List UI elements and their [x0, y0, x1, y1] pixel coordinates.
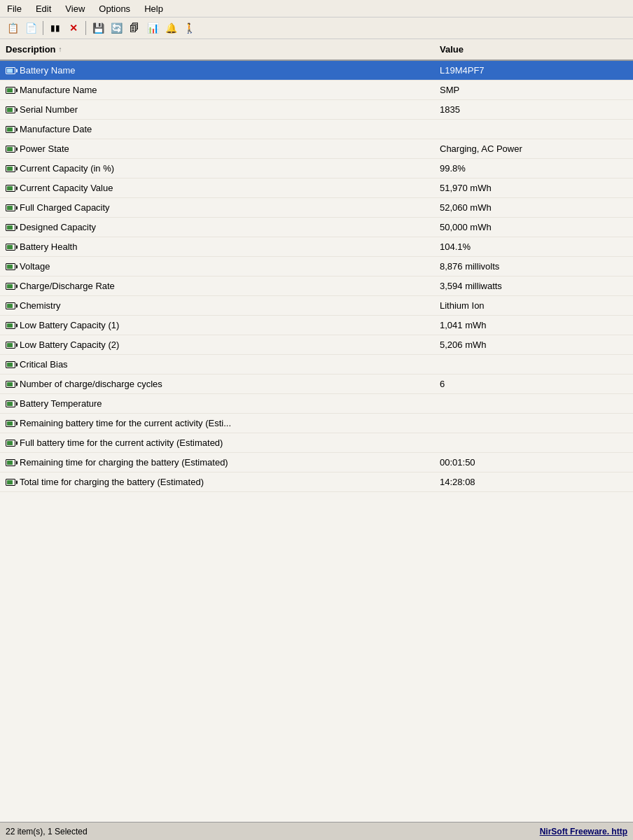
toolbar-btn-export[interactable]: 📊: [144, 20, 161, 36]
menu-item-help[interactable]: Help: [140, 2, 167, 15]
row-value: SMP: [434, 82, 633, 98]
battery-icon: [6, 106, 15, 113]
battery-icon: [6, 263, 15, 270]
row-description: Manufacture Date: [0, 121, 434, 137]
row-description-text: Low Battery Capacity (2): [20, 340, 119, 350]
toolbar-btn-open[interactable]: 📄: [22, 20, 39, 36]
toolbar-btn-save[interactable]: 💾: [90, 20, 106, 36]
row-value: [434, 401, 633, 407]
table-row[interactable]: Battery Health104.1%: [0, 237, 633, 257]
table-row[interactable]: Serial Number1835: [0, 100, 633, 120]
table-row[interactable]: Designed Capacity50,000 mWh: [0, 218, 633, 237]
battery-icon: [6, 126, 15, 133]
main-window: FileEditViewOptionsHelp 📋 📄 ▮▮ ✕ 💾 🔄 🗐 📊…: [0, 0, 633, 840]
content-area: Description Value Battery NameL19M4PF7Ma…: [0, 39, 633, 822]
table-row[interactable]: Manufacture Date: [0, 120, 633, 139]
table-row[interactable]: Remaining battery time for the current a…: [0, 414, 633, 433]
row-description-text: Voltage: [20, 261, 50, 272]
table-row[interactable]: Charge/Discharge Rate3,594 milliwatts: [0, 276, 633, 296]
table-row[interactable]: Current Capacity Value51,970 mWh: [0, 178, 633, 198]
table-row[interactable]: Current Capacity (in %)99.8%: [0, 159, 633, 178]
row-description: Power State: [0, 141, 434, 157]
toolbar: 📋 📄 ▮▮ ✕ 💾 🔄 🗐 📊 🔔 🚶: [0, 18, 633, 39]
row-description: Number of charge/discharge cycles: [0, 376, 434, 392]
row-description-text: Charge/Discharge Rate: [20, 281, 115, 291]
row-description: Low Battery Capacity (1): [0, 317, 434, 333]
row-description: Manufacture Name: [0, 82, 434, 98]
row-description: Designed Capacity: [0, 219, 434, 235]
statusbar-link[interactable]: NirSoft Freeware. http: [540, 827, 627, 836]
row-value: 6: [434, 376, 633, 392]
row-value: 1835: [434, 102, 633, 118]
header-value: Value: [434, 42, 633, 57]
battery-icon: [6, 185, 15, 192]
table-row[interactable]: Remaining time for charging the battery …: [0, 453, 633, 472]
table-row[interactable]: Full Charged Capacity52,060 mWh: [0, 198, 633, 218]
row-value: 52,060 mWh: [434, 200, 633, 216]
table-row[interactable]: Full battery time for the current activi…: [0, 433, 633, 453]
toolbar-btn-refresh[interactable]: 🔄: [108, 20, 125, 36]
row-value: [434, 127, 633, 132]
toolbar-sep-1: [43, 21, 43, 35]
toolbar-btn-new[interactable]: 📋: [4, 20, 21, 36]
table-row[interactable]: Critical Bias: [0, 355, 633, 374]
row-description: Current Capacity Value: [0, 180, 434, 196]
row-description-text: Total time for charging the battery (Est…: [20, 477, 204, 487]
toolbar-btn-copy[interactable]: 🗐: [126, 20, 143, 36]
row-description-text: Critical Bias: [20, 359, 68, 370]
menu-item-file[interactable]: File: [3, 2, 26, 15]
toolbar-btn-exit[interactable]: 🚶: [181, 20, 197, 36]
row-description-text: Current Capacity Value: [20, 183, 113, 193]
table-row[interactable]: Manufacture NameSMP: [0, 80, 633, 100]
row-value: Charging, AC Power: [434, 141, 633, 157]
toolbar-btn-view[interactable]: ▮▮: [47, 20, 64, 36]
row-description: Battery Temperature: [0, 396, 434, 412]
battery-icon: [6, 165, 15, 172]
row-value: [434, 440, 633, 446]
battery-icon: [6, 400, 15, 407]
row-description: Critical Bias: [0, 356, 434, 372]
list-header: Description Value: [0, 39, 633, 61]
table-row[interactable]: Voltage8,876 millivolts: [0, 257, 633, 276]
battery-icon: [6, 420, 15, 427]
row-description: Full Charged Capacity: [0, 200, 434, 216]
row-value: L19M4PF7: [434, 62, 633, 78]
row-description-text: Manufacture Date: [20, 124, 92, 134]
row-value: 99.8%: [434, 160, 633, 176]
row-description-text: Remaining battery time for the current a…: [20, 418, 231, 428]
toolbar-btn-alert[interactable]: 🔔: [162, 20, 179, 36]
row-description: Chemistry: [0, 298, 434, 314]
table-row[interactable]: ChemistryLithium Ion: [0, 296, 633, 316]
row-description-text: Remaining time for charging the battery …: [20, 457, 228, 468]
table-row[interactable]: Low Battery Capacity (1)1,041 mWh: [0, 316, 633, 335]
table-row[interactable]: Battery NameL19M4PF7: [0, 61, 633, 80]
header-description[interactable]: Description: [0, 42, 434, 57]
menubar: FileEditViewOptionsHelp: [0, 0, 633, 18]
row-description: Battery Name: [0, 62, 434, 78]
menu-item-options[interactable]: Options: [95, 2, 134, 15]
data-list[interactable]: Battery NameL19M4PF7Manufacture NameSMPS…: [0, 61, 633, 822]
row-description-text: Manufacture Name: [20, 85, 97, 95]
table-row[interactable]: Low Battery Capacity (2)5,206 mWh: [0, 335, 633, 355]
row-description-text: Number of charge/discharge cycles: [20, 379, 162, 389]
statusbar: 22 item(s), 1 Selected NirSoft Freeware.…: [0, 822, 633, 840]
table-row[interactable]: Battery Temperature: [0, 394, 633, 414]
battery-icon: [6, 302, 15, 309]
table-row[interactable]: Power StateCharging, AC Power: [0, 139, 633, 159]
menu-item-view[interactable]: View: [61, 2, 89, 15]
battery-icon: [6, 204, 15, 211]
battery-icon: [6, 283, 15, 290]
row-value: 51,970 mWh: [434, 180, 633, 196]
table-row[interactable]: Number of charge/discharge cycles6: [0, 374, 633, 394]
row-value: [434, 362, 633, 368]
row-description-text: Full Charged Capacity: [20, 202, 110, 213]
menu-item-edit[interactable]: Edit: [32, 2, 55, 15]
row-description-text: Battery Health: [20, 241, 77, 252]
row-description-text: Battery Temperature: [20, 398, 102, 409]
header-value-label: Value: [440, 44, 464, 55]
table-row[interactable]: Total time for charging the battery (Est…: [0, 472, 633, 492]
battery-icon: [6, 87, 15, 94]
row-description-text: Battery Name: [20, 65, 75, 76]
toolbar-btn-delete[interactable]: ✕: [65, 20, 82, 36]
row-value: 00:01:50: [434, 454, 633, 470]
